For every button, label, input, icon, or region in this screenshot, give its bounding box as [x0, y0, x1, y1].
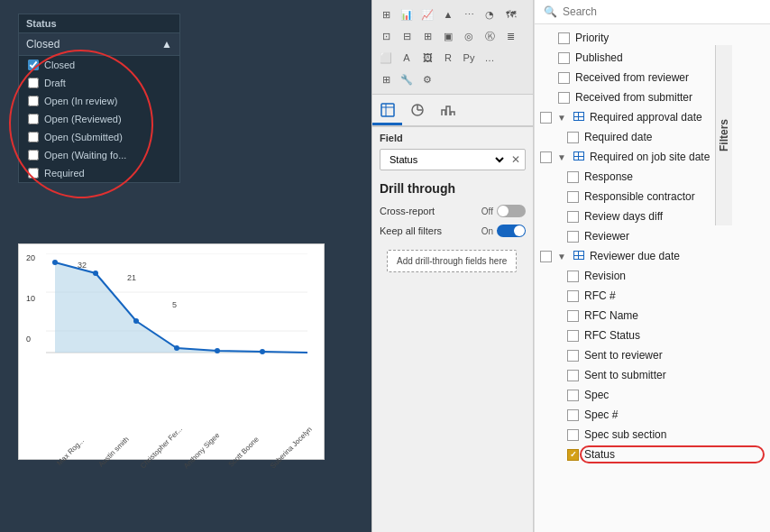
field-checkbox-rfc_status[interactable]	[567, 330, 579, 342]
card-icon-btn[interactable]: ▣	[438, 26, 458, 46]
field-item-sent_to_reviewer[interactable]: Sent to reviewer	[535, 345, 770, 365]
field-checkbox-reviewer_due_date_group[interactable]	[540, 251, 552, 262]
filter-tab-analytics[interactable]	[432, 96, 462, 125]
field-checkbox-priority[interactable]	[558, 32, 570, 44]
keep-all-filters-toggle[interactable]: On	[481, 225, 526, 237]
add-drill-button[interactable]: Add drill-through fields here	[387, 250, 517, 272]
field-checkbox-sent_to_reviewer[interactable]	[567, 350, 579, 362]
field-checkbox-revision[interactable]	[567, 271, 579, 282]
matrix-icon-btn[interactable]: ⊞	[417, 26, 437, 46]
line-chart-icon-btn[interactable]: 📈	[417, 5, 437, 24]
dropdown-item-open_reviewed[interactable]: Open (Reviewed)	[19, 110, 179, 128]
field-checkbox-rfc_name[interactable]	[567, 310, 579, 322]
field-item-review_days_diff[interactable]: Review days diff	[535, 206, 770, 226]
cross-report-track[interactable]	[497, 205, 526, 217]
dropdown-checkbox-open_(submitted)[interactable]	[28, 132, 39, 142]
filter-tab-fields[interactable]	[372, 96, 402, 125]
field-checkbox-responsible_contractor[interactable]	[567, 191, 579, 203]
funnel-icon-btn[interactable]: ⊡	[376, 26, 396, 46]
field-checkbox-status[interactable]	[567, 449, 579, 461]
filter-tab-format[interactable]	[402, 96, 432, 125]
field-checkbox-received_from_reviewer[interactable]	[558, 72, 570, 84]
field-item-rfc_name[interactable]: RFC Name	[535, 306, 770, 326]
field-checkbox-required_approval_date_group[interactable]	[540, 112, 552, 124]
field-item-required_date[interactable]: Required date	[535, 127, 770, 147]
field-checkbox-rfc_hash[interactable]	[567, 290, 579, 302]
field-select-container[interactable]: Status ✕	[380, 149, 526, 170]
field-item-spec_sub_section[interactable]: Spec sub section	[535, 425, 770, 445]
image-icon-btn[interactable]: 🖼	[417, 48, 437, 68]
field-checkbox-sent_to_submitter[interactable]	[567, 370, 579, 381]
field-checkbox-required_date[interactable]	[567, 132, 579, 143]
field-item-rfc_status[interactable]: RFC Status	[535, 326, 770, 345]
filter-tabs	[372, 96, 533, 127]
status-dropdown-trigger[interactable]: Closed ▲	[19, 33, 179, 56]
field-item-responsible_contractor[interactable]: Responsible contractor	[535, 187, 770, 206]
field-item-spec[interactable]: Spec	[535, 385, 770, 405]
dropdown-item-open_waiting_fo...[interactable]: Open (Waiting fo...	[19, 146, 179, 164]
field-item-published[interactable]: Published	[535, 48, 770, 68]
search-bar: 🔍	[535, 0, 770, 24]
field-name-spec: Spec	[584, 389, 761, 401]
search-input[interactable]	[563, 5, 761, 18]
field-checkbox-reviewer[interactable]	[567, 231, 579, 243]
field-checkbox-response[interactable]	[567, 171, 579, 183]
field-item-status[interactable]: Status	[535, 445, 770, 464]
field-checkbox-spec[interactable]	[567, 390, 579, 401]
field-item-received_from_reviewer[interactable]: Received from reviewer	[535, 68, 770, 87]
tooltip-icon-btn[interactable]: 🔧	[397, 69, 417, 89]
dropdown-checkbox-open_(reviewed)[interactable]	[28, 114, 39, 124]
shape-icon-btn[interactable]: ⬜	[376, 48, 396, 68]
grid-icon-btn[interactable]: ⊞	[376, 5, 396, 24]
more-visuals-btn[interactable]: …	[480, 48, 500, 68]
cross-report-toggle[interactable]: Off	[481, 205, 526, 217]
keep-all-filters-track[interactable]	[497, 225, 526, 237]
kpi-icon-btn[interactable]: Ⓚ	[480, 26, 500, 46]
field-item-revision[interactable]: Revision	[535, 266, 770, 286]
field-checkbox-spec_hash[interactable]	[567, 409, 579, 421]
field-item-reviewer[interactable]: Reviewer	[535, 226, 770, 246]
python-icon-btn[interactable]: Py	[459, 48, 479, 68]
gauge-icon-btn[interactable]: ◎	[459, 26, 479, 46]
field-item-rfc_hash[interactable]: RFC #	[535, 286, 770, 306]
area-chart-icon-btn[interactable]: ▲	[438, 5, 458, 24]
dropdown-item-draft[interactable]: Draft	[19, 74, 179, 92]
svg-rect-11	[381, 104, 394, 116]
field-item-sent_to_submitter[interactable]: Sent to submitter	[535, 365, 770, 385]
scatter-icon-btn[interactable]: ⋯	[459, 5, 479, 24]
dropdown-checkbox-open_(in_review)[interactable]	[28, 96, 39, 106]
field-item-required_on_job_site_date_group[interactable]: ▼Required on job site date	[535, 147, 770, 167]
field-item-priority[interactable]: Priority	[535, 28, 770, 48]
dropdown-item-open_in_review[interactable]: Open (In review)	[19, 92, 179, 110]
dropdown-checkbox-draft[interactable]	[28, 78, 39, 88]
map-icon-btn[interactable]: 🗺	[500, 5, 520, 24]
pie-icon-btn[interactable]: ◔	[480, 5, 500, 24]
dropdown-item-closed[interactable]: Closed	[19, 56, 179, 74]
dropdown-item-open_submitted[interactable]: Open (Submitted)	[19, 128, 179, 146]
dropdown-item-required[interactable]: Required	[19, 164, 179, 182]
text-icon-btn[interactable]: A	[397, 48, 417, 68]
drill-icon-btn[interactable]: ⚙	[417, 69, 437, 89]
field-item-response[interactable]: Response	[535, 167, 770, 187]
field-item-reviewer_due_date_group[interactable]: ▼Reviewer due date	[535, 246, 770, 266]
edit-icon-btn[interactable]: ⊞	[376, 69, 396, 89]
dropdown-checkbox-required[interactable]	[28, 168, 39, 179]
dropdown-checkbox-open_(waiting_fo...[interactable]	[28, 150, 39, 161]
field-checkbox-received_from_submitter[interactable]	[558, 92, 570, 104]
r-icon-btn[interactable]: R	[438, 48, 458, 68]
field-checkbox-spec_sub_section[interactable]	[567, 429, 579, 441]
field-checkbox-review_days_diff[interactable]	[567, 211, 579, 223]
field-name-rfc_status: RFC Status	[584, 329, 761, 342]
field-item-received_from_submitter[interactable]: Received from submitter	[535, 87, 770, 107]
table-icon-btn[interactable]: ⊟	[397, 26, 417, 46]
dropdown-checkbox-closed[interactable]	[28, 60, 39, 70]
field-checkbox-published[interactable]	[558, 52, 570, 64]
dropdown-label: Open (Waiting fo...	[44, 150, 126, 161]
field-clear-button[interactable]: ✕	[507, 151, 525, 168]
slicer-icon-btn[interactable]: ≣	[500, 26, 520, 46]
field-item-spec_hash[interactable]: Spec #	[535, 405, 770, 425]
field-checkbox-required_on_job_site_date_group[interactable]	[540, 151, 552, 163]
bar-chart-icon-btn[interactable]: 📊	[397, 5, 417, 24]
field-select[interactable]: Status	[380, 150, 507, 170]
field-item-required_approval_date_group[interactable]: ▼Required approval date	[535, 107, 770, 127]
